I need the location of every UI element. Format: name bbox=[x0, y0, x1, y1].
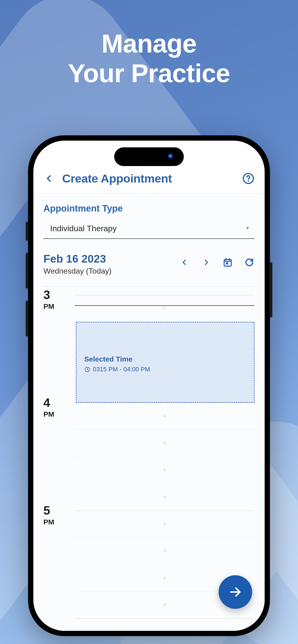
grid-line bbox=[75, 457, 255, 457]
appointment-type-label: Appointment Type bbox=[43, 204, 255, 214]
chevron-left-icon bbox=[181, 258, 188, 267]
phone-volume-up bbox=[26, 253, 29, 289]
headline: Manage Your Practice bbox=[0, 29, 298, 88]
calendar-grid[interactable]: 3PM 4PM 5PM bbox=[43, 286, 255, 622]
date-sub: Wednesday (Today) bbox=[43, 267, 112, 276]
arrow-right-icon bbox=[229, 585, 242, 599]
add-slot-icon: + bbox=[163, 601, 167, 609]
chevron-left-icon bbox=[45, 172, 53, 185]
selected-time-range: 0315 PM - 04:00 PM bbox=[84, 366, 246, 373]
svg-rect-3 bbox=[226, 262, 228, 264]
chevron-right-icon bbox=[203, 258, 209, 267]
help-circle-icon bbox=[242, 172, 254, 184]
add-slot-icon: + bbox=[163, 547, 167, 555]
svg-point-1 bbox=[248, 180, 249, 182]
add-slot-icon: + bbox=[163, 493, 167, 501]
front-camera bbox=[168, 154, 174, 160]
grid-line bbox=[75, 510, 255, 511]
add-slot-icon: + bbox=[163, 439, 167, 447]
phone-screen: Create Appointment Appointment Type Indi… bbox=[33, 141, 265, 631]
phone-side-button bbox=[26, 222, 29, 241]
calendar-icon bbox=[223, 257, 233, 268]
grid-line bbox=[75, 618, 255, 619]
marketing-background: Manage Your Practice Create Appointment … bbox=[0, 0, 298, 644]
grid-line bbox=[75, 295, 255, 296]
hour-label: 4PM bbox=[43, 397, 67, 418]
next-button[interactable] bbox=[219, 575, 252, 609]
date-main: Feb 16 2023 bbox=[43, 252, 112, 265]
time-grid[interactable]: + + + + + + + + + Selected Time bbox=[75, 286, 255, 622]
add-slot-icon: + bbox=[163, 466, 167, 474]
appointment-type-select[interactable]: Individual Therapy bbox=[43, 220, 255, 239]
grid-line bbox=[75, 564, 255, 565]
add-slot-icon: + bbox=[163, 574, 167, 582]
hour-label: 5PM bbox=[43, 504, 67, 526]
hour-label: 3PM bbox=[43, 289, 67, 310]
phone-power-button bbox=[269, 262, 272, 318]
help-button[interactable] bbox=[242, 172, 255, 185]
grid-line bbox=[75, 403, 255, 403]
next-day-button[interactable] bbox=[201, 257, 211, 268]
add-slot-icon: + bbox=[163, 412, 167, 420]
dynamic-island bbox=[114, 147, 184, 166]
caret-down-icon bbox=[244, 225, 251, 232]
grid-line bbox=[75, 430, 255, 430]
selected-time-block[interactable]: Selected Time 0315 PM - 04:00 PM bbox=[76, 322, 255, 403]
refresh-icon bbox=[244, 257, 254, 268]
page-title: Create Appointment bbox=[62, 172, 172, 185]
appointment-type-value: Individual Therapy bbox=[50, 224, 117, 233]
clock-icon bbox=[84, 366, 90, 372]
refresh-button[interactable] bbox=[244, 257, 255, 268]
phone-frame: Create Appointment Appointment Type Indi… bbox=[28, 135, 270, 636]
back-button[interactable] bbox=[43, 173, 55, 184]
add-slot-icon: + bbox=[163, 520, 167, 528]
prev-day-button[interactable] bbox=[179, 257, 190, 268]
headline-line-2: Your Practice bbox=[0, 58, 298, 88]
calendar-button[interactable] bbox=[222, 257, 233, 268]
selected-time-title: Selected Time bbox=[84, 355, 246, 363]
now-indicator bbox=[75, 305, 255, 306]
headline-line-1: Manage bbox=[0, 29, 298, 58]
phone-volume-down bbox=[26, 301, 29, 336]
date-row: Feb 16 2023 Wednesday (Today) bbox=[43, 252, 255, 276]
date-actions bbox=[179, 252, 255, 268]
date-block: Feb 16 2023 Wednesday (Today) bbox=[43, 252, 112, 276]
content-area: Appointment Type Individual Therapy Feb … bbox=[33, 194, 265, 631]
grid-line bbox=[75, 484, 255, 484]
